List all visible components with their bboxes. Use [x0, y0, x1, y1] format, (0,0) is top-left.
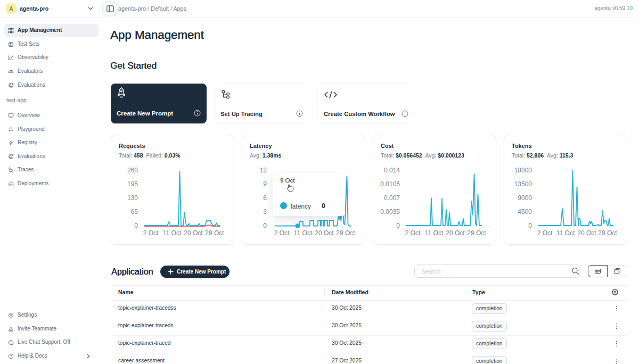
svg-text:130: 130: [127, 194, 138, 202]
svg-text:9000: 9000: [518, 194, 532, 202]
svg-text:20 Oct: 20 Oct: [446, 229, 465, 237]
svg-text:20 Oct: 20 Oct: [315, 229, 334, 237]
svg-text:12: 12: [260, 167, 267, 174]
svg-text:20 Oct: 20 Oct: [577, 229, 596, 237]
svg-text:0: 0: [134, 222, 138, 229]
svg-text:13500: 13500: [514, 180, 532, 188]
svg-text:2 Oct: 2 Oct: [143, 229, 159, 237]
svg-text:4500: 4500: [518, 208, 532, 216]
svg-text:0: 0: [528, 222, 532, 229]
svg-text:65: 65: [131, 208, 138, 216]
svg-text:29 Oct: 29 Oct: [205, 229, 224, 237]
svg-text:195: 195: [127, 180, 138, 188]
svg-text:0.0035: 0.0035: [380, 208, 400, 216]
svg-text:260: 260: [127, 167, 138, 174]
svg-text:0: 0: [263, 222, 267, 229]
svg-text:29 Oct: 29 Oct: [598, 229, 617, 237]
svg-text:6: 6: [263, 194, 267, 202]
svg-text:2 Oct: 2 Oct: [405, 229, 421, 237]
svg-text:29 Oct: 29 Oct: [467, 229, 486, 237]
svg-text:11 Oct: 11 Oct: [163, 229, 182, 237]
svg-text:0.007: 0.007: [384, 194, 400, 202]
svg-text:18000: 18000: [514, 167, 532, 174]
svg-text:11 Oct: 11 Oct: [556, 229, 575, 237]
svg-text:2 Oct: 2 Oct: [537, 229, 553, 237]
svg-text:3: 3: [263, 208, 267, 216]
svg-text:9: 9: [263, 180, 267, 188]
svg-text:11 Oct: 11 Oct: [425, 229, 444, 237]
svg-text:0: 0: [396, 222, 400, 229]
svg-text:20 Oct: 20 Oct: [184, 229, 203, 237]
svg-text:29 Oct: 29 Oct: [336, 229, 355, 237]
svg-text:0.014: 0.014: [384, 167, 400, 174]
svg-text:2 Oct: 2 Oct: [274, 229, 290, 237]
svg-text:0.0105: 0.0105: [380, 180, 400, 188]
svg-text:11 Oct: 11 Oct: [294, 229, 313, 237]
